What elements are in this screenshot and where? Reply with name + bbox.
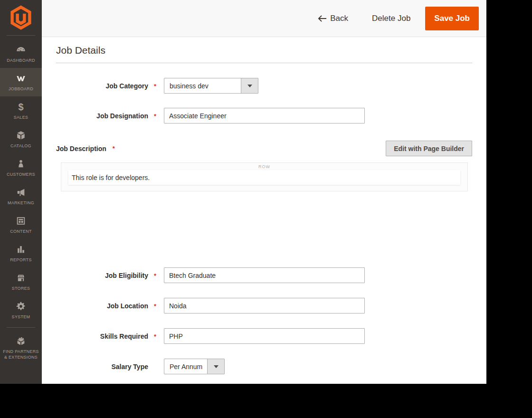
- megaphone-icon: [16, 187, 26, 198]
- magento-logo-icon: [10, 5, 32, 30]
- sidebar-item-label: CONTENT: [10, 228, 32, 234]
- dollar-icon: $: [18, 102, 23, 112]
- sidebar-item-label: SALES: [14, 114, 28, 120]
- job-eligibility-input[interactable]: [164, 267, 365, 283]
- layout-icon: [16, 216, 26, 226]
- back-button[interactable]: Back: [318, 14, 348, 23]
- sidebar-divider: [7, 327, 35, 328]
- job-location-input[interactable]: [164, 298, 365, 314]
- skills-required-label: Skills Required: [100, 332, 148, 340]
- job-eligibility-label: Job Eligibility: [105, 272, 148, 279]
- sidebar-item-catalog[interactable]: CATALOG: [0, 125, 42, 153]
- job-location-label: Job Location: [107, 302, 148, 310]
- page-builder-stage: ROW This role is for developers.: [61, 162, 468, 191]
- sidebar-item-customers[interactable]: CUSTOMERS: [0, 153, 42, 182]
- sidebar-item-label: REPORTS: [10, 257, 31, 263]
- sidebar-item-stores[interactable]: STORES: [0, 267, 42, 296]
- sidebar-item-dashboard[interactable]: DASHBOARD: [0, 39, 42, 68]
- job-designation-label: Job Designation: [96, 112, 148, 120]
- back-arrow-icon: [318, 15, 327, 22]
- sidebar-menu: DASHBOARD JOBBOARD $ SALES CATALOG: [0, 36, 42, 365]
- sidebar-item-system[interactable]: SYSTEM: [0, 296, 42, 324]
- admin-window: DASHBOARD JOBBOARD $ SALES CATALOG: [0, 0, 486, 384]
- storefront-icon: [16, 273, 26, 283]
- extension-brick-icon: [16, 336, 26, 346]
- back-label: Back: [330, 14, 348, 23]
- sidebar: DASHBOARD JOBBOARD $ SALES CATALOG: [0, 0, 42, 384]
- job-description-label: Job Description: [56, 145, 106, 152]
- form-row-job-designation: Job Designation *: [56, 108, 472, 124]
- sidebar-item-jobboard[interactable]: JOBBOARD: [0, 68, 42, 96]
- sidebar-item-label: FIND PARTNERS & EXTENSIONS: [2, 349, 40, 360]
- sidebar-item-reports[interactable]: REPORTS: [0, 239, 42, 267]
- sidebar-item-label: SYSTEM: [12, 314, 30, 320]
- sidebar-item-content[interactable]: CONTENT: [0, 210, 42, 239]
- sidebar-item-label: CATALOG: [10, 143, 31, 149]
- page-builder-row-tag: ROW: [68, 164, 460, 170]
- salary-type-value: Per Annum: [164, 359, 207, 374]
- sidebar-item-label: JOBBOARD: [9, 86, 33, 92]
- dropdown-toggle: [241, 78, 258, 93]
- job-category-label: Job Category: [106, 82, 148, 90]
- form-row-job-eligibility: Job Eligibility *: [56, 267, 472, 283]
- bar-chart-icon: [16, 244, 26, 255]
- sidebar-item-find-partners[interactable]: FIND PARTNERS & EXTENSIONS: [0, 331, 42, 365]
- salary-type-select[interactable]: Per Annum: [164, 359, 225, 374]
- form-row-salary-type: Salary Type Per Annum: [56, 359, 472, 374]
- page-actions-bar: Back Delete Job Save Job: [42, 0, 486, 37]
- magento-logo[interactable]: [0, 0, 42, 35]
- sidebar-item-label: STORES: [12, 285, 30, 291]
- dashboard-icon: [16, 45, 26, 55]
- job-category-value: business dev: [164, 78, 241, 93]
- required-marker: *: [154, 333, 156, 340]
- sidebar-item-label: MARKETING: [8, 200, 34, 206]
- page-builder-row-content[interactable]: This role is for developers.: [68, 170, 460, 185]
- sidebar-item-label: CUSTOMERS: [7, 171, 35, 177]
- required-marker: *: [154, 113, 156, 120]
- title-divider: [56, 63, 472, 63]
- skills-required-input[interactable]: [164, 328, 365, 344]
- job-designation-input[interactable]: [164, 108, 365, 124]
- form-row-job-location: Job Location *: [56, 298, 472, 314]
- required-marker: *: [154, 303, 156, 310]
- required-marker: *: [154, 272, 156, 279]
- sidebar-item-marketing[interactable]: MARKETING: [0, 182, 42, 210]
- job-description-header: Job Description * Edit with Page Builder: [56, 141, 472, 156]
- chevron-down-icon: [214, 365, 218, 368]
- gear-icon: [16, 301, 26, 312]
- sidebar-item-sales[interactable]: $ SALES: [0, 96, 42, 125]
- delete-job-button[interactable]: Delete Job: [372, 14, 410, 23]
- required-marker: *: [154, 83, 156, 90]
- person-icon: [16, 159, 26, 169]
- dropdown-toggle: [207, 359, 224, 374]
- chevron-down-icon: [247, 85, 252, 87]
- save-job-button[interactable]: Save Job: [425, 7, 479, 30]
- sidebar-item-label: DASHBOARD: [7, 57, 35, 63]
- job-category-select[interactable]: business dev: [164, 78, 258, 94]
- main-content: Job Details Job Category * business dev …: [42, 37, 486, 384]
- form-row-job-category: Job Category * business dev: [56, 78, 472, 94]
- form-row-skills-required: Skills Required *: [56, 328, 472, 344]
- salary-type-label: Salary Type: [111, 363, 148, 370]
- page-title: Job Details: [56, 45, 472, 56]
- edit-with-page-builder-button[interactable]: Edit with Page Builder: [386, 141, 472, 156]
- jobboard-icon: [15, 73, 27, 84]
- box-icon: [16, 130, 26, 141]
- required-marker: *: [113, 145, 115, 152]
